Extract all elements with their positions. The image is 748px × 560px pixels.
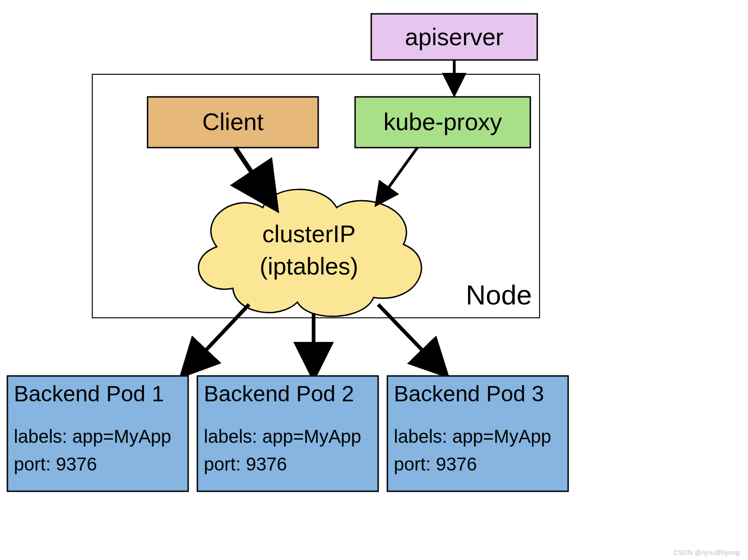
apiserver-label: apiserver [405, 24, 504, 50]
arrow-client-to-clusterip [235, 148, 270, 199]
pod-labels-1: labels: app=MyApp [14, 426, 171, 447]
client-label: Client [202, 108, 264, 135]
watermark: CSDN @njnu@liyong [673, 549, 740, 556]
arrow-clusterip-to-pod1 [188, 304, 249, 369]
pod-title-2: Backend Pod 2 [204, 381, 354, 406]
pod-port-1: port: 9376 [14, 454, 97, 474]
clusterip-line2: (iptables) [260, 253, 358, 280]
pod-labels-2: labels: app=MyApp [204, 426, 361, 447]
clusterip-line1: clusterIP [262, 220, 356, 247]
pod-port-3: port: 9376 [394, 454, 477, 474]
pod-port-2: port: 9376 [204, 454, 287, 474]
arrow-clusterip-to-pod3 [378, 304, 440, 369]
node-label: Node [466, 280, 532, 310]
pod-title-3: Backend Pod 3 [394, 381, 544, 406]
kubeproxy-label: kube-proxy [383, 108, 502, 135]
pod-labels-3: labels: app=MyApp [394, 426, 551, 447]
pod-title-1: Backend Pod 1 [14, 381, 164, 406]
arrow-kubeproxy-to-clusterip [378, 148, 417, 202]
